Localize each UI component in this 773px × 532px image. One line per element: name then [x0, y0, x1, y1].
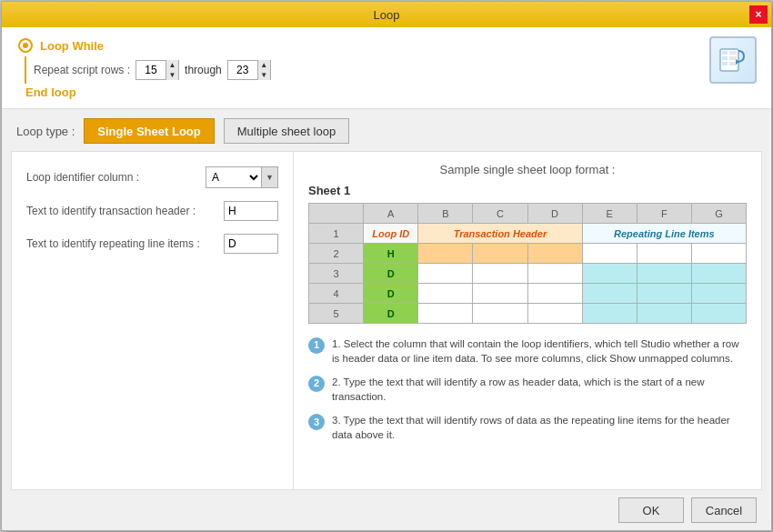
svg-rect-6 — [729, 51, 737, 55]
cell-4b — [418, 284, 473, 304]
cell-5a: D — [364, 304, 418, 324]
col-header-f: F — [637, 204, 691, 224]
cell-4d — [527, 284, 582, 304]
instruction-2: 2 2. Type the text that will identify a … — [308, 375, 747, 404]
cell-2g — [691, 244, 746, 264]
line-items-label: Text to identify repeating line items : — [26, 237, 216, 250]
instr-text-2: 2. Type the text that will identify a ro… — [332, 375, 747, 404]
rows-to-input[interactable]: 23 ▲ ▼ — [227, 60, 271, 80]
row-num-3: 3 — [309, 264, 364, 284]
loop-while-label: Loop While — [40, 39, 104, 53]
close-button[interactable]: × — [749, 5, 768, 24]
right-panel: Sample single sheet loop format : Sheet … — [294, 152, 761, 489]
rows-from-up[interactable]: ▲ — [166, 60, 178, 70]
cell-2d — [527, 244, 582, 264]
col-header-b: B — [418, 204, 473, 224]
table-row: 3 D — [309, 264, 747, 284]
rows-to-up[interactable]: ▲ — [258, 60, 270, 70]
cell-3f — [637, 264, 691, 284]
loop-info: Loop While Repeat script rows : 15 ▲ ▼ — [16, 36, 271, 99]
cell-4f — [637, 284, 691, 304]
top-section: Loop While Repeat script rows : 15 ▲ ▼ — [2, 27, 771, 109]
instr-num-1: 1 — [308, 337, 325, 354]
instr-num-2: 2 — [308, 376, 325, 392]
multiple-sheet-button[interactable]: Multiple sheet loop — [224, 118, 349, 144]
cell-5f — [637, 304, 691, 324]
table-row: 5 D — [309, 304, 747, 324]
table-row: 4 D — [309, 284, 747, 304]
rows-from-spinners: ▲ ▼ — [166, 60, 178, 80]
col-header-g: G — [691, 204, 746, 224]
dialog-title: Loop — [374, 8, 400, 22]
repeat-label: Repeat script rows : — [34, 64, 130, 76]
row-num-5: 5 — [309, 304, 364, 324]
instructions: 1 1. Select the column that will contain… — [308, 336, 747, 443]
sheet-label: Sheet 1 — [308, 184, 747, 197]
identifier-select-wrapper[interactable]: ABC ▼ — [206, 166, 278, 188]
cell-5d — [527, 304, 582, 324]
col-header-e: E — [582, 204, 637, 224]
cell-3c — [473, 264, 527, 284]
cell-2c — [473, 244, 527, 264]
rows-to-down[interactable]: ▼ — [258, 70, 270, 80]
loop-icon — [16, 36, 35, 55]
cell-5c — [473, 304, 527, 324]
left-panel: Loop identifier column : ABC ▼ Text to i… — [12, 152, 294, 489]
sample-title: Sample single sheet loop format : — [308, 163, 747, 176]
cell-3g — [691, 264, 746, 284]
table-row: 2 H — [309, 244, 747, 264]
cell-2b — [418, 244, 473, 264]
rows-from-value[interactable]: 15 — [136, 61, 166, 79]
instr-num-3: 3 — [308, 414, 325, 430]
line-items-input[interactable] — [224, 234, 278, 254]
cell-1efg: Repeating Line Items — [582, 224, 746, 244]
cell-2a: H — [364, 244, 418, 264]
cell-4c — [473, 284, 527, 304]
identifier-row: Loop identifier column : ABC ▼ — [26, 166, 278, 188]
svg-rect-7 — [729, 56, 737, 60]
bottom-bar: OK Cancel — [2, 490, 771, 530]
bracket-content: Repeat script rows : 15 ▲ ▼ through 23 — [34, 56, 271, 84]
preview-icon[interactable] — [709, 36, 757, 84]
select-arrow-icon: ▼ — [261, 167, 277, 187]
line-items-row: Text to identify repeating line items : — [26, 234, 278, 254]
dialog-loop: Loop × Loop While Repeat script rows : — [1, 1, 772, 531]
svg-rect-8 — [729, 62, 737, 65]
instr-text-1: 1. Select the column that will contain t… — [332, 336, 747, 366]
svg-rect-4 — [722, 56, 728, 60]
rows-to-spinners: ▲ ▼ — [257, 60, 270, 80]
loop-type-label: Loop type : — [16, 125, 75, 138]
svg-rect-3 — [722, 51, 728, 55]
cell-2e — [582, 244, 637, 264]
end-loop-label: End loop — [25, 85, 271, 99]
loop-type-section: Loop type : Single Sheet Loop Multiple s… — [2, 109, 771, 151]
col-header-empty — [309, 204, 364, 224]
col-header-c: C — [473, 204, 527, 224]
cell-5g — [691, 304, 746, 324]
header-row: Text to identify transaction header : — [26, 201, 278, 221]
loop-while-line: Loop While — [16, 36, 271, 55]
cancel-button[interactable]: Cancel — [691, 497, 757, 523]
cell-4e — [582, 284, 637, 304]
sample-table: A B C D E F G 1 Loop ID Transaction Head… — [308, 203, 747, 324]
header-input[interactable] — [224, 201, 278, 221]
bracket-line — [25, 56, 26, 84]
rows-to-value[interactable]: 23 — [228, 61, 257, 79]
single-sheet-button[interactable]: Single Sheet Loop — [84, 118, 214, 144]
rows-line: Repeat script rows : 15 ▲ ▼ through 23 — [34, 60, 271, 80]
main-content: Loop identifier column : ABC ▼ Text to i… — [11, 151, 762, 490]
identifier-select[interactable]: ABC — [206, 167, 261, 187]
row-num-2: 2 — [309, 244, 364, 264]
rows-from-input[interactable]: 15 ▲ ▼ — [136, 60, 179, 80]
svg-point-1 — [23, 43, 28, 48]
cell-3a: D — [364, 264, 418, 284]
cell-5b — [418, 304, 473, 324]
cell-3b — [418, 264, 473, 284]
cell-4a: D — [364, 284, 418, 304]
cell-2f — [637, 244, 691, 264]
rows-from-down[interactable]: ▼ — [166, 70, 178, 80]
ok-button[interactable]: OK — [618, 497, 684, 523]
cell-3d — [527, 264, 582, 284]
table-row: 1 Loop ID Transaction Header Repeating L… — [309, 224, 747, 244]
col-header-a: A — [364, 204, 418, 224]
